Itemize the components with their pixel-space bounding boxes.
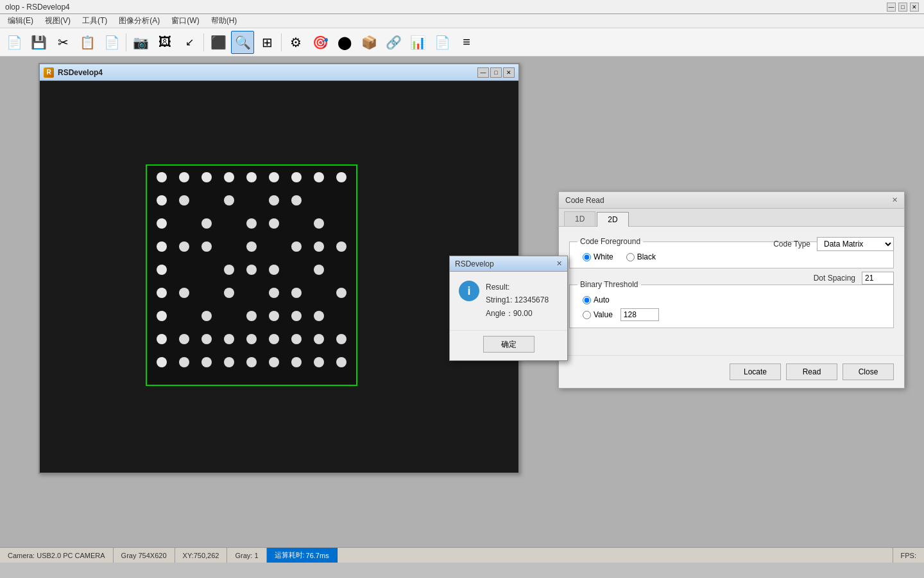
main-area: R RSDevelop4 — □ ✕ xyxy=(0,57,924,563)
inner-restore-btn[interactable]: □ xyxy=(490,67,502,78)
dot-spacing-label: Dot Spacing xyxy=(814,274,855,283)
panel-footer: Locate Read Close xyxy=(559,355,904,388)
datamatrix-container xyxy=(146,164,357,386)
toolbar-image-button[interactable]: 🖼 xyxy=(153,31,176,54)
threshold-auto-option[interactable]: Auto xyxy=(583,295,886,304)
threshold-value-radio[interactable] xyxy=(583,311,591,319)
code-read-panel: Code Read ✕ 1D 2D Code Foreground White xyxy=(558,191,905,389)
tab-bar: 1D 2D xyxy=(559,209,904,227)
inner-window-icon: R xyxy=(44,67,54,78)
panel-title-bar: Code Read ✕ xyxy=(559,192,904,209)
menu-image-analysis[interactable]: 图像分析(A) xyxy=(114,14,165,28)
foreground-white-radio[interactable] xyxy=(583,253,591,261)
close-button[interactable]: ✕ xyxy=(910,3,919,12)
result-dialog: RSDevelop ✕ i Result: String1: 12345678 … xyxy=(449,256,568,361)
foreground-black-label: Black xyxy=(637,252,656,261)
dialog-ok-button[interactable]: 确定 xyxy=(483,336,535,353)
inner-window: R RSDevelop4 — □ ✕ xyxy=(38,63,520,474)
toolbar-report-button[interactable]: 📄 xyxy=(431,31,454,54)
toolbar-paste-button[interactable]: 📄 xyxy=(100,31,123,54)
toolbar-zoom-button[interactable]: 🔍 xyxy=(231,31,254,54)
toolbar-grid-button[interactable]: ⊞ xyxy=(255,31,278,54)
status-fps: FPS: xyxy=(893,548,924,563)
angle-label: Angle：90.00 xyxy=(486,307,549,320)
code-type-select[interactable]: Data Matrix QR Code Aztec xyxy=(817,237,894,251)
inner-close-btn[interactable]: ✕ xyxy=(503,67,515,78)
threshold-section: Binary Threshold Auto Value xyxy=(569,280,894,328)
status-gray: Gray: 1 xyxy=(227,548,266,563)
threshold-value-option[interactable]: Value xyxy=(583,308,886,321)
status-time-label: 运算耗时: xyxy=(275,550,305,560)
foreground-black-radio[interactable] xyxy=(626,253,635,261)
panel-body: Code Foreground White Black xyxy=(559,227,904,355)
threshold-auto-radio[interactable] xyxy=(583,296,591,304)
menu-help[interactable]: 帮助(H) xyxy=(206,14,243,28)
inner-title-left: R RSDevelop4 xyxy=(44,67,103,78)
toolbar-save-button[interactable]: 💾 xyxy=(27,31,50,54)
menu-view[interactable]: 视图(V) xyxy=(40,14,76,28)
status-bar: Camera: USB2.0 PC CAMERA Gray 754X620 XY… xyxy=(0,547,924,563)
datamatrix-border xyxy=(146,164,357,386)
foreground-legend: Code Foreground xyxy=(578,237,643,246)
code-type-section: Code Type Data Matrix QR Code Aztec xyxy=(773,237,894,251)
inner-title-bar: R RSDevelop4 — □ ✕ xyxy=(40,64,518,81)
threshold-value-input[interactable] xyxy=(620,308,659,321)
toolbar-target-button[interactable]: 🎯 xyxy=(309,31,332,54)
menu-edit[interactable]: 编辑(E) xyxy=(3,14,38,28)
panel-close-icon[interactable]: ✕ xyxy=(892,196,898,204)
status-time-value: 76.7ms xyxy=(306,552,329,559)
result-label: Result: xyxy=(486,281,549,293)
toolbar-measure-button[interactable]: 📊 xyxy=(406,31,429,54)
status-coordinates: XY:750,262 xyxy=(175,548,228,563)
toolbar-new-button[interactable]: 📄 xyxy=(3,31,26,54)
tab-2d[interactable]: 2D xyxy=(597,212,628,227)
inner-minimize-btn[interactable]: — xyxy=(477,67,489,78)
dialog-text: Result: String1: 12345678 Angle：90.00 xyxy=(486,281,549,320)
inner-window-title: RSDevelop4 xyxy=(58,68,103,77)
panel-title: Code Read xyxy=(565,196,604,205)
foreground-black-option[interactable]: Black xyxy=(626,252,656,261)
title-controls: — □ ✕ xyxy=(887,3,919,12)
status-time: 运算耗时: 76.7ms xyxy=(267,548,338,563)
toolbar-camera-button[interactable]: 📷 xyxy=(129,31,152,54)
status-resolution: Gray 754X620 xyxy=(114,548,175,563)
threshold-value-label: Value xyxy=(594,310,613,319)
toolbar-sep-2 xyxy=(203,33,204,51)
dialog-title: RSDevelop xyxy=(455,259,494,268)
dialog-close-icon[interactable]: ✕ xyxy=(556,259,562,268)
toolbar-blob-button[interactable]: ⚙ xyxy=(284,31,307,54)
menu-window[interactable]: 窗口(W) xyxy=(166,14,204,28)
foreground-white-label: White xyxy=(594,252,613,261)
foreground-radio-group: White Black xyxy=(578,252,886,261)
threshold-auto-label: Auto xyxy=(594,295,610,304)
toolbar-more-button[interactable]: ≡ xyxy=(455,31,478,54)
dot-spacing-section: Dot Spacing xyxy=(814,272,894,285)
locate-button[interactable]: Locate xyxy=(730,363,781,380)
app-title: olop - RSDevelop4 xyxy=(5,3,70,12)
dialog-footer: 确定 xyxy=(450,330,567,360)
toolbar-scan-button[interactable]: 🔗 xyxy=(382,31,405,54)
toolbar-circle-button[interactable]: ⬤ xyxy=(333,31,356,54)
close-panel-button[interactable]: Close xyxy=(843,363,894,380)
toolbar-sep-1 xyxy=(126,33,126,51)
info-icon: i xyxy=(459,281,479,301)
toolbar-cursor-button[interactable]: ↙ xyxy=(178,31,201,54)
code-type-label: Code Type xyxy=(773,240,810,249)
threshold-options: Auto Value xyxy=(578,295,886,321)
read-button[interactable]: Read xyxy=(786,363,837,380)
toolbar-copy-button[interactable]: 📋 xyxy=(76,31,99,54)
dialog-title-bar: RSDevelop ✕ xyxy=(450,256,567,272)
inner-title-controls: — □ ✕ xyxy=(477,67,515,78)
toolbar: 📄 💾 ✂ 📋 📄 📷 🖼 ↙ ⬛ 🔍 ⊞ ⚙ 🎯 ⬤ 📦 🔗 📊 📄 ≡ xyxy=(0,28,924,57)
tab-1d[interactable]: 1D xyxy=(564,211,595,226)
toolbar-select-button[interactable]: ⬛ xyxy=(207,31,230,54)
minimize-button[interactable]: — xyxy=(887,3,896,12)
toolbar-cut-button[interactable]: ✂ xyxy=(51,31,74,54)
threshold-legend: Binary Threshold xyxy=(578,280,641,289)
menu-tools[interactable]: 工具(T) xyxy=(77,14,112,28)
toolbar-shape-button[interactable]: 📦 xyxy=(357,31,381,54)
menu-bar: 编辑(E) 视图(V) 工具(T) 图像分析(A) 窗口(W) 帮助(H) xyxy=(0,14,924,28)
foreground-white-option[interactable]: White xyxy=(583,252,613,261)
maximize-button[interactable]: □ xyxy=(898,3,907,12)
dot-spacing-input[interactable] xyxy=(862,272,894,285)
